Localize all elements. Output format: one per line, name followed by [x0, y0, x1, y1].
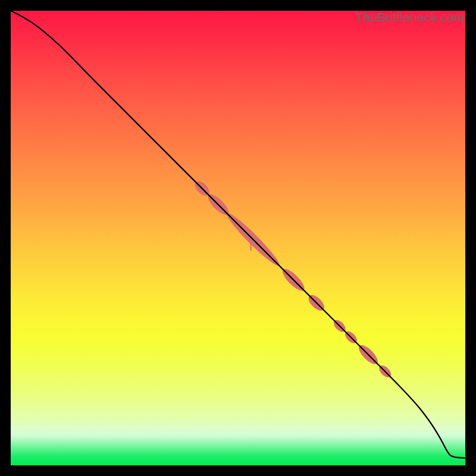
bottleneck-curve: [11, 11, 465, 458]
chart-overlay: [11, 11, 465, 465]
drip-marks: [250, 241, 251, 251]
plot-area: TheBottleneck.com: [11, 11, 465, 465]
chart-frame: TheBottleneck.com: [0, 0, 476, 476]
drip-mark: [250, 241, 251, 251]
